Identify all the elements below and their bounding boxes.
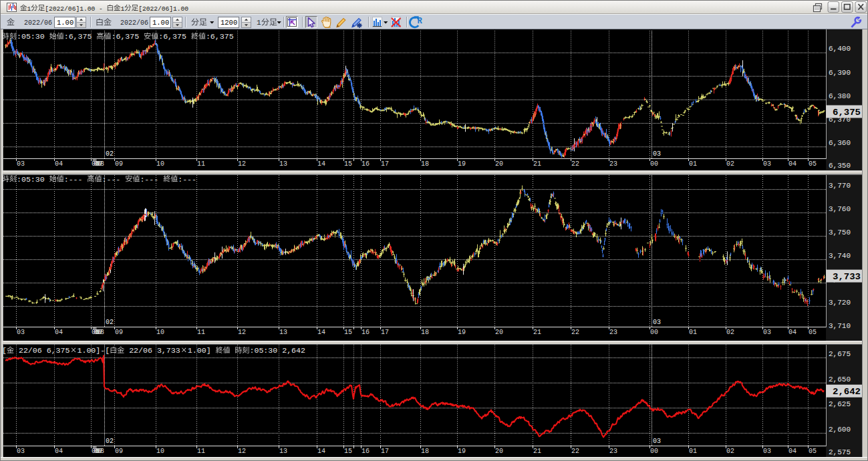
svg-text:08: 08 (96, 329, 104, 336)
svg-text:09: 09 (115, 448, 123, 455)
svg-text:08: 08 (96, 448, 104, 455)
svg-text:03: 03 (653, 438, 661, 445)
svg-text:17: 17 (381, 329, 389, 336)
svg-text:13: 13 (279, 160, 287, 168)
svg-text:11: 11 (197, 160, 205, 168)
svg-text:6,375: 6,375 (833, 108, 861, 118)
svg-text::05:30: :05:30 (17, 175, 49, 184)
svg-text:15: 15 (344, 329, 352, 336)
svg-text:1: 1 (121, 5, 125, 13)
svg-text:2,600: 2,600 (829, 426, 851, 434)
svg-text:22/06 3,733: 22/06 3,733 (124, 346, 180, 355)
svg-text:17: 17 (381, 160, 389, 168)
svg-text::---: :--- (102, 175, 126, 184)
svg-text:03: 03 (763, 160, 771, 168)
svg-text::6,375: :6,375 (64, 32, 97, 41)
svg-text:1.00]-[: 1.00]-[ (78, 346, 110, 355)
svg-text:01: 01 (689, 448, 697, 455)
svg-text:11: 11 (197, 448, 205, 455)
svg-text:17: 17 (381, 448, 389, 455)
svg-text:21: 21 (533, 329, 541, 336)
svg-text:6,390: 6,390 (829, 69, 851, 77)
svg-text:04: 04 (55, 160, 63, 168)
svg-text:01: 01 (689, 160, 697, 168)
svg-text:20: 20 (495, 160, 503, 168)
svg-text:10: 10 (156, 160, 164, 168)
svg-text:18: 18 (421, 448, 429, 455)
svg-text:1: 1 (27, 5, 31, 13)
svg-text:03: 03 (653, 150, 661, 158)
svg-text::---: :--- (140, 175, 163, 184)
svg-text:04: 04 (788, 329, 797, 336)
svg-text:2,650: 2,650 (829, 375, 851, 383)
svg-text:6,400: 6,400 (829, 45, 851, 53)
svg-text:2022/06: 2022/06 (120, 19, 148, 27)
svg-text:12: 12 (238, 160, 246, 168)
svg-text:05: 05 (809, 160, 817, 168)
svg-text:02: 02 (106, 438, 114, 445)
svg-text:19: 19 (458, 160, 466, 168)
svg-text:6,380: 6,380 (829, 92, 851, 100)
svg-text:1.00: 1.00 (57, 19, 74, 27)
svg-text:03: 03 (17, 160, 25, 168)
svg-text:12: 12 (238, 448, 246, 455)
svg-text:21: 21 (533, 448, 541, 455)
svg-text:6,360: 6,360 (829, 139, 851, 147)
svg-text:03: 03 (763, 448, 771, 455)
svg-text::6,375: :6,375 (206, 32, 234, 41)
svg-text:04: 04 (788, 160, 797, 168)
svg-text:3,733: 3,733 (833, 272, 861, 282)
svg-text:1.00: 1.00 (152, 19, 169, 27)
svg-text:18: 18 (421, 160, 429, 168)
svg-text:11: 11 (197, 329, 205, 336)
svg-text:3,770: 3,770 (829, 182, 851, 190)
svg-text:15: 15 (344, 448, 352, 455)
svg-text:03: 03 (763, 329, 771, 336)
svg-text:1: 1 (257, 19, 261, 27)
svg-text:22: 22 (571, 160, 579, 168)
svg-text:18: 18 (421, 329, 429, 336)
svg-text::6,375: :6,375 (158, 32, 191, 41)
svg-text:09: 09 (115, 160, 123, 168)
svg-text:23: 23 (609, 160, 617, 168)
svg-text:16: 16 (361, 160, 370, 168)
svg-text:02: 02 (106, 150, 114, 158)
svg-text:2022/06: 2022/06 (24, 19, 52, 27)
svg-text:22/06 6,375: 22/06 6,375 (14, 346, 70, 355)
svg-text:22: 22 (571, 448, 579, 455)
svg-text:2,625: 2,625 (829, 400, 851, 408)
svg-text:03: 03 (17, 329, 25, 336)
svg-text:04: 04 (788, 448, 797, 455)
svg-text:3,750: 3,750 (829, 228, 851, 237)
svg-text:2,675: 2,675 (829, 350, 851, 358)
svg-text:02: 02 (726, 448, 734, 455)
svg-text:09: 09 (115, 329, 123, 336)
svg-text:10: 10 (156, 329, 164, 336)
svg-text:3,710: 3,710 (829, 322, 851, 330)
svg-text:00: 00 (650, 160, 658, 168)
svg-text:16: 16 (361, 329, 370, 336)
svg-text:05: 05 (809, 329, 817, 336)
svg-text:6,350: 6,350 (829, 162, 851, 170)
svg-text:04: 04 (55, 448, 63, 455)
svg-text::---: :--- (178, 175, 196, 184)
svg-text:02: 02 (106, 319, 114, 326)
svg-text:22: 22 (571, 329, 579, 336)
svg-text:[2022/06]1.00 -: [2022/06]1.00 - (45, 5, 106, 13)
svg-text:2,575: 2,575 (829, 448, 851, 456)
svg-text::6,375: :6,375 (112, 32, 144, 41)
svg-text:04: 04 (55, 329, 63, 336)
svg-text:10: 10 (156, 448, 164, 455)
svg-text:3,740: 3,740 (829, 252, 851, 260)
svg-text:20: 20 (495, 448, 503, 455)
svg-text::05:30 2,642: :05:30 2,642 (250, 346, 306, 355)
svg-text:[2022/06]1.00: [2022/06]1.00 (138, 5, 188, 13)
svg-text:[: [ (2, 346, 7, 355)
svg-text:13: 13 (279, 329, 287, 336)
svg-text:1200: 1200 (221, 19, 237, 27)
svg-text:14: 14 (317, 448, 325, 455)
svg-text:03: 03 (17, 448, 25, 455)
svg-text:1.00]: 1.00] (188, 346, 216, 355)
svg-text:3,760: 3,760 (829, 205, 851, 213)
svg-text:23: 23 (609, 329, 617, 336)
